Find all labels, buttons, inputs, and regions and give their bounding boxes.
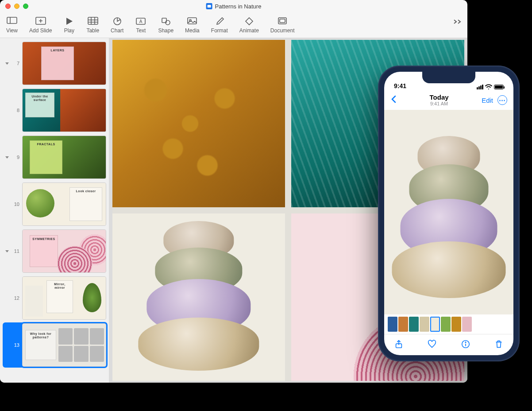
iphone-device: 9:41 Today 9:41 AM Edit ⋯: [378, 66, 520, 361]
slide-image-honeycomb[interactable]: [112, 40, 285, 207]
text-button[interactable]: A Text: [135, 17, 146, 34]
slide-title: Look closer: [72, 190, 100, 193]
pie-chart-icon: [112, 17, 123, 26]
more-button[interactable]: ⋯: [497, 95, 507, 105]
iphone-notch: [422, 72, 475, 83]
doc-icon: [277, 17, 288, 26]
disclosure-triangle-icon[interactable]: [3, 155, 12, 159]
slide-title: Mirror, mirror: [49, 283, 71, 289]
traffic-lights: [5, 4, 28, 9]
slide-thumb: Mirror, mirror: [22, 276, 106, 320]
document-proxy-icon[interactable]: [206, 3, 212, 9]
svg-text:A: A: [139, 19, 143, 24]
slide-thumb: LAYERS: [22, 42, 106, 85]
slide-thumbnail-10[interactable]: 10 Look closer: [3, 182, 107, 227]
diamond-icon: [243, 17, 255, 26]
filmstrip-thumb-selected[interactable]: [430, 317, 440, 332]
add-slide-button[interactable]: Add Slide: [29, 17, 52, 34]
slide-thumbnail-8[interactable]: 8 Under the surface: [3, 88, 107, 133]
photos-title-main: Today: [430, 94, 449, 101]
slide-thumbnail-9[interactable]: 9 FRACTALS: [3, 135, 107, 180]
battery-icon: [494, 85, 504, 89]
slide-thumbnail-7[interactable]: 7 LAYERS: [3, 41, 107, 86]
slide-thumb: Look closer: [22, 182, 106, 226]
shape-icon: [160, 17, 172, 26]
slide-title: SYMMETRIES: [32, 237, 56, 241]
table-icon: [87, 17, 99, 26]
toolbar-label: Format: [211, 27, 228, 34]
favorite-button[interactable]: [427, 339, 437, 351]
document-button[interactable]: Document: [270, 17, 295, 34]
photos-nav-bar: Today 9:41 AM Edit ⋯: [384, 90, 513, 110]
filmstrip-thumb[interactable]: [398, 317, 408, 332]
chart-button[interactable]: Chart: [111, 17, 123, 34]
toolbar-label: Shape: [158, 27, 173, 34]
format-button[interactable]: Format: [211, 17, 228, 34]
filmstrip-thumb[interactable]: [441, 317, 451, 332]
filmstrip-thumb[interactable]: [420, 317, 429, 332]
media-button[interactable]: Media: [185, 17, 200, 34]
minimize-window-button[interactable]: [14, 4, 19, 9]
svg-marker-23: [5, 250, 9, 252]
slide-thumb: Under the surface: [22, 89, 106, 132]
info-button[interactable]: [461, 339, 470, 351]
toolbar-label: View: [6, 27, 18, 34]
share-button[interactable]: [394, 339, 404, 351]
svg-rect-16: [188, 18, 197, 24]
play-button[interactable]: Play: [63, 17, 75, 34]
filmstrip-thumb[interactable]: [409, 317, 419, 332]
view-button[interactable]: View: [6, 17, 18, 34]
toolbar-label: Table: [86, 27, 99, 34]
disclosure-triangle-icon[interactable]: [3, 249, 12, 253]
photos-toolbar: [384, 334, 513, 355]
cellular-signal-icon: [477, 85, 483, 89]
image-icon: [186, 17, 198, 26]
slide-number: 13: [12, 342, 19, 348]
sidebar-icon: [6, 17, 18, 26]
slide-image-urchins[interactable]: [112, 213, 285, 381]
slide-thumbnail-12[interactable]: 12 Mirror, mirror: [3, 275, 107, 321]
filmstrip-thumb[interactable]: [451, 317, 461, 332]
photos-title: Today 9:41 AM: [430, 94, 449, 107]
svg-marker-5: [66, 18, 73, 25]
svg-marker-21: [5, 62, 9, 65]
toolbar-label: Play: [64, 27, 74, 34]
toolbar-label: Media: [185, 27, 200, 34]
toolbar: View Add Slide Play Table Chart A Text S…: [0, 12, 467, 38]
wifi-icon: [485, 84, 492, 89]
filmstrip-thumb[interactable]: [388, 317, 397, 332]
animate-button[interactable]: Animate: [239, 17, 259, 34]
svg-point-27: [465, 342, 466, 342]
svg-marker-18: [246, 18, 253, 25]
fullscreen-window-button[interactable]: [23, 4, 28, 9]
plus-rect-icon: [35, 17, 46, 26]
slide-thumb: SYMMETRIES: [22, 229, 106, 273]
document-title: Patterns in Nature: [215, 3, 262, 10]
slide-title: Under the surface: [27, 95, 52, 101]
delete-button[interactable]: [494, 339, 504, 351]
disclosure-triangle-icon[interactable]: [3, 61, 12, 66]
slide-number: 10: [12, 202, 19, 207]
photo-filmstrip[interactable]: [384, 314, 513, 334]
slide-number: 8: [12, 108, 19, 113]
toolbar-overflow-button[interactable]: [453, 19, 462, 27]
brush-icon: [214, 17, 225, 26]
back-button[interactable]: [390, 95, 397, 105]
slide-number: 7: [12, 61, 19, 66]
slide-thumbnail-13[interactable]: 13 Why look for patterns?: [3, 322, 107, 368]
slide-navigator[interactable]: 7 LAYERS 8 Under the surface: [0, 38, 109, 383]
photos-title-sub: 9:41 AM: [430, 101, 449, 106]
close-window-button[interactable]: [5, 4, 11, 9]
filmstrip-thumb[interactable]: [462, 317, 472, 332]
table-button[interactable]: Table: [86, 17, 99, 34]
shape-button[interactable]: Shape: [158, 17, 173, 34]
photo-viewer[interactable]: [384, 110, 513, 314]
toolbar-label: Text: [136, 27, 146, 34]
slide-number: 11: [12, 248, 19, 254]
textbox-icon: A: [135, 17, 146, 26]
slide-title: Why look for patterns?: [27, 332, 54, 339]
slide-thumbnail-11[interactable]: 11 SYMMETRIES: [3, 229, 107, 274]
toolbar-label: Animate: [239, 27, 259, 34]
play-icon: [63, 17, 75, 26]
edit-button[interactable]: Edit: [482, 97, 493, 104]
